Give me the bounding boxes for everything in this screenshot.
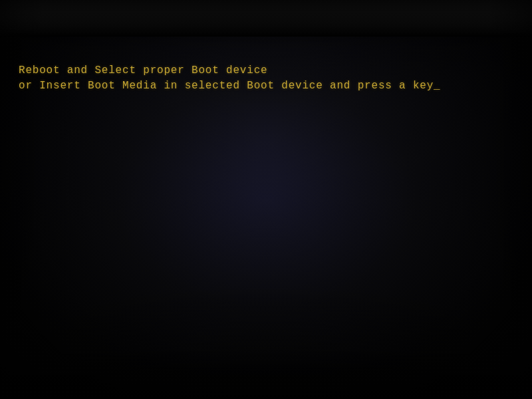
monitor-top-bezel xyxy=(0,0,532,37)
screen-bottom-shadow xyxy=(0,346,532,399)
bios-message-area: Reboot and Select proper Boot device or … xyxy=(19,63,441,94)
screen-vignette xyxy=(0,0,532,399)
bios-line-2: or Insert Boot Media in selected Boot de… xyxy=(19,78,441,94)
bios-line-1: Reboot and Select proper Boot device xyxy=(19,63,441,78)
bios-screen: Reboot and Select proper Boot device or … xyxy=(0,0,532,399)
